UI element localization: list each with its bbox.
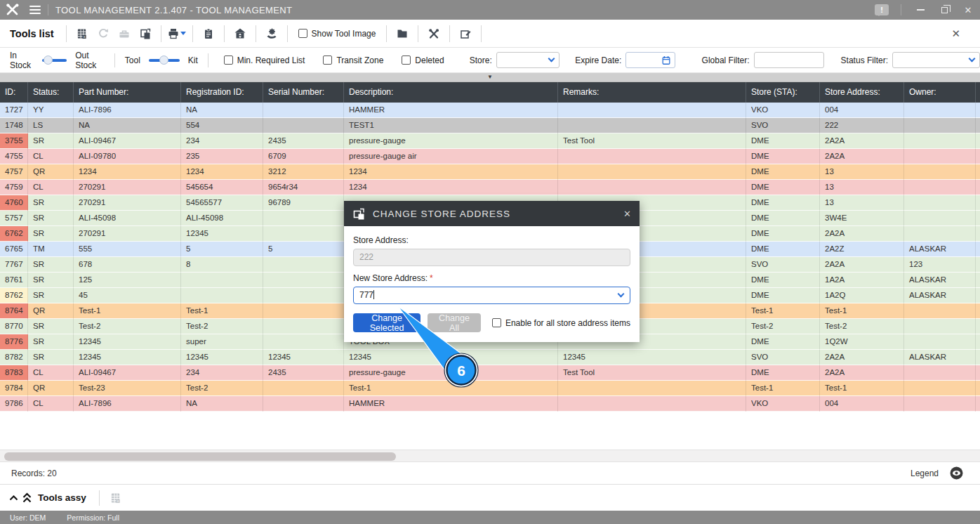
cell-store-address: 2A2A [820, 226, 904, 242]
feedback-icon: ! [875, 4, 889, 15]
filter-collapse-strip[interactable]: ▼ [0, 73, 980, 82]
tool-kit-toggle[interactable]: Tool Kit [125, 55, 198, 65]
cell-owner: ALASKAR [904, 242, 976, 257]
cell-serial-number [263, 103, 344, 118]
cell-remarks: 12345 [558, 350, 746, 365]
deleted-checkbox[interactable] [402, 55, 411, 65]
print-button[interactable] [166, 23, 187, 44]
cell-sliver [976, 303, 980, 319]
table-row[interactable]: 1727YYALI-7896NAHAMMERVKO004 [0, 103, 980, 118]
print-dropdown-caret[interactable] [180, 32, 186, 38]
menu-hamburger-icon[interactable] [29, 6, 41, 14]
cell-owner [904, 303, 976, 319]
panel-close-button[interactable]: ✕ [951, 27, 970, 40]
min-required-checkbox[interactable] [224, 55, 233, 65]
table-row[interactable]: 4755CLALI-097802356709pressure-gauge air… [0, 149, 980, 164]
export-excel-button[interactable]: x [72, 23, 93, 44]
table-row[interactable]: 8783CLALI-094672342435pressure-gaugeTest… [0, 365, 980, 381]
cell-part-number: ALI-09467 [74, 365, 181, 381]
column-header-id[interactable]: ID: [0, 82, 28, 103]
toolbox-button[interactable] [114, 23, 135, 44]
column-header-owner[interactable]: Owner: [904, 82, 976, 103]
assy-export-excel-button[interactable]: x [105, 487, 126, 509]
cell-sliver [976, 334, 980, 350]
cell-store: DME [746, 226, 820, 242]
store-transfer-button[interactable] [230, 23, 251, 44]
cell-owner [904, 118, 976, 133]
table-row[interactable]: 4759CL2702915456549654r341234DME13 [0, 180, 980, 195]
cell-owner [904, 365, 976, 381]
expand-up-icon[interactable] [8, 493, 19, 503]
restore-button[interactable] [932, 0, 956, 20]
global-filter-input[interactable] [754, 52, 824, 68]
cell-status: SR [28, 211, 74, 226]
open-folder-button[interactable] [392, 23, 413, 44]
horizontal-scrollbar[interactable] [0, 450, 980, 462]
dialog-close-button[interactable]: ✕ [623, 209, 631, 219]
issue-tool-button[interactable] [261, 23, 282, 44]
cell-remarks [558, 381, 746, 396]
show-tool-image-label: Show Tool Image [312, 29, 376, 39]
scrollbar-thumb[interactable] [4, 452, 396, 461]
show-tool-image-checkbox[interactable] [298, 29, 307, 38]
refresh-button[interactable] [93, 23, 114, 44]
cell-owner [904, 103, 976, 118]
minimize-button[interactable] [908, 0, 932, 20]
cell-store-address: 2A2A [820, 257, 904, 273]
toolbar: Tools list x [0, 20, 980, 48]
tools-assy-title: Tools assy [38, 492, 86, 503]
status-filter-label: Status Filter: [841, 55, 888, 65]
table-row[interactable]: 1748LSNA554TEST1SVO222 [0, 118, 980, 133]
table-row[interactable]: 9784QRTest-23Test-2Test-1Test-1Test-1 [0, 381, 980, 396]
table-row[interactable]: 8782SR1234512345123451234512345SVO2A2AAL… [0, 350, 980, 365]
window-title: TOOL MANAGEMENT 2.1.407 - TOOL MANAGEMEN… [55, 5, 292, 15]
new-store-address-value: 777 [359, 290, 373, 300]
excel-icon: x [110, 492, 121, 504]
paste-button[interactable] [198, 23, 219, 44]
cell-sliver [976, 381, 980, 396]
cell-sliver [976, 350, 980, 365]
edit-button[interactable] [455, 23, 476, 44]
cell-id: 5757 [0, 211, 28, 226]
tool-kit-toggle-track[interactable] [149, 59, 180, 62]
cell-store-address: 004 [820, 396, 904, 412]
enable-all-checkbox[interactable] [492, 318, 501, 327]
column-header-serial-number[interactable]: Serial Number: [263, 82, 344, 103]
transit-zone-checkbox[interactable] [323, 55, 332, 65]
store-filter-select[interactable] [496, 52, 559, 68]
cell-store: DME [746, 133, 820, 149]
tools-button[interactable] [423, 23, 444, 44]
column-header-remarks[interactable]: Remarks: [558, 82, 746, 103]
column-header-status[interactable]: Status: [28, 82, 74, 103]
calendar-icon[interactable] [661, 55, 671, 65]
feedback-button[interactable]: ! [870, 0, 894, 20]
cell-remarks [558, 149, 746, 164]
stock-toggle[interactable]: In Stock Out Stock [10, 51, 105, 70]
table-row[interactable]: 9786CLALI-7896NAHAMMERVKO004 [0, 396, 980, 412]
column-header-store[interactable]: Store (STA): [746, 82, 820, 103]
status-filter-select[interactable] [892, 52, 980, 68]
column-header-store-address[interactable]: Store Address: [820, 82, 904, 103]
cell-store: SVO [746, 257, 820, 273]
cell-status: CL [28, 396, 74, 412]
expand-up-double-icon[interactable] [22, 492, 32, 504]
chevron-down-icon[interactable] [618, 291, 625, 298]
column-header-registration-id[interactable]: Registration ID: [181, 82, 263, 103]
status-bar: User: DEM Permission: Full [0, 511, 980, 524]
tool-label: Tool [125, 55, 140, 65]
column-header-description[interactable]: Description: [344, 82, 558, 103]
stock-toggle-track[interactable] [42, 59, 67, 62]
table-row[interactable]: 4757QR1234123432121234DME13 [0, 164, 980, 180]
close-button[interactable]: ✕ [956, 0, 980, 20]
folder-icon [397, 28, 408, 39]
tool-kit-toggle-knob[interactable] [159, 55, 168, 65]
cell-registration-id: 1234 [181, 164, 263, 180]
legend-eye-icon[interactable] [950, 466, 963, 480]
stock-toggle-knob[interactable] [44, 55, 53, 65]
expire-date-input[interactable] [625, 52, 675, 68]
column-header-part-number[interactable]: Part Number: [74, 82, 181, 103]
cell-serial-number [263, 381, 344, 396]
table-row[interactable]: 3755SRALI-094672342435pressure-gaugeTest… [0, 133, 980, 149]
duplicate-button[interactable] [135, 23, 156, 44]
change-address-icon [352, 207, 366, 221]
